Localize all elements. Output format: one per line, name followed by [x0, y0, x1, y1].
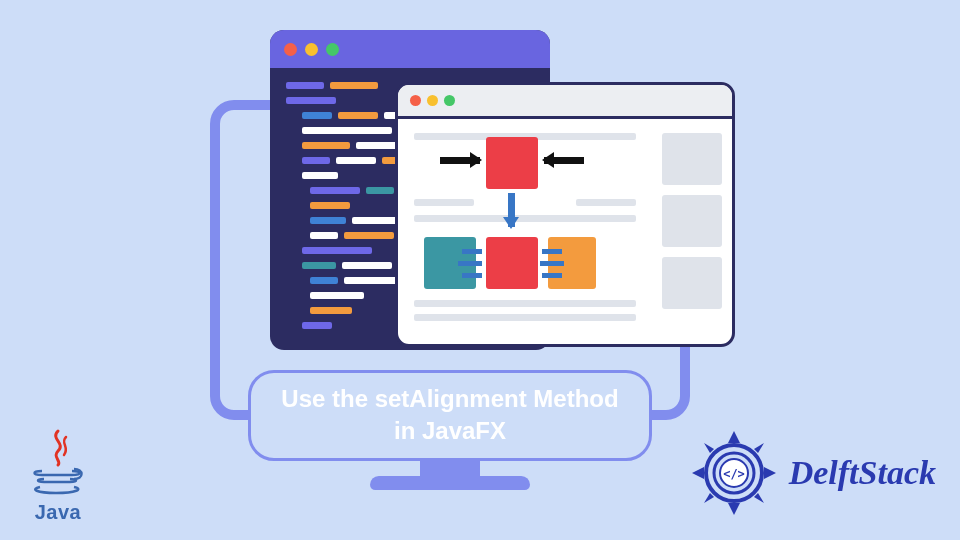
arrow-burst-icon: [462, 273, 482, 278]
window-minimize-icon: [305, 43, 318, 56]
arrow-right-icon: [544, 157, 584, 164]
arrow-burst-icon: [458, 261, 482, 266]
browser-body: [398, 119, 732, 344]
delftstack-badge-icon: </>: [689, 428, 779, 518]
window-close-icon: [410, 95, 421, 106]
arrow-burst-icon: [542, 249, 562, 254]
java-label: Java: [18, 501, 98, 524]
window-maximize-icon: [444, 95, 455, 106]
sidebar-block: [662, 133, 722, 185]
arrow-burst-icon: [540, 261, 564, 266]
article-title: Use the setAlignment Method in JavaFX: [248, 370, 652, 461]
arrow-down-icon: [508, 193, 515, 227]
browser-titlebar: [398, 85, 732, 119]
monitor-base: [370, 476, 530, 490]
delftstack-label: DelftStack: [789, 454, 936, 492]
sidebar-block: [662, 195, 722, 247]
alignment-box-top: [486, 137, 538, 189]
code-titlebar: [270, 30, 550, 68]
delftstack-logo: </> DelftStack: [689, 428, 936, 518]
arrow-burst-icon: [542, 273, 562, 278]
window-close-icon: [284, 43, 297, 56]
browser-sidebar: [652, 119, 732, 344]
sidebar-block: [662, 257, 722, 309]
arrow-left-icon: [440, 157, 480, 164]
java-cup-icon: [28, 427, 88, 497]
browser-window: [395, 82, 735, 347]
arrow-burst-icon: [462, 249, 482, 254]
window-maximize-icon: [326, 43, 339, 56]
browser-main: [398, 119, 652, 344]
alignment-box-center: [486, 237, 538, 289]
window-minimize-icon: [427, 95, 438, 106]
java-logo: Java: [18, 427, 98, 524]
svg-text:</>: </>: [723, 467, 745, 481]
